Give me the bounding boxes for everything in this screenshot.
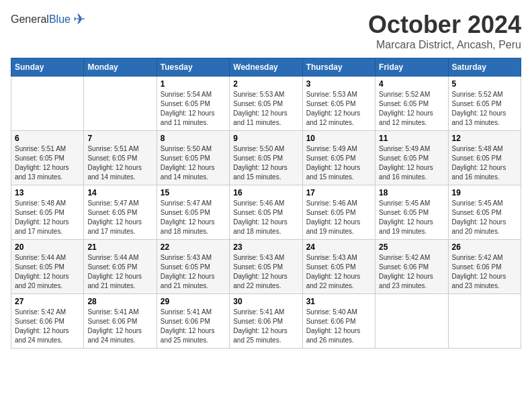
day-number: 23 xyxy=(233,242,298,252)
day-number: 16 xyxy=(233,188,298,197)
day-detail: Sunrise: 5:52 AM Sunset: 6:05 PM Dayligh… xyxy=(452,90,517,128)
calendar-title: October 2024 xyxy=(368,11,521,39)
day-detail: Sunrise: 5:51 AM Sunset: 6:05 PM Dayligh… xyxy=(87,144,152,182)
calendar-cell: 31Sunrise: 5:40 AM Sunset: 6:06 PM Dayli… xyxy=(302,294,375,349)
column-header-tuesday: Tuesday xyxy=(157,58,229,77)
calendar-cell: 12Sunrise: 5:48 AM Sunset: 6:05 PM Dayli… xyxy=(448,131,521,185)
day-number: 6 xyxy=(15,134,80,143)
day-detail: Sunrise: 5:43 AM Sunset: 6:05 PM Dayligh… xyxy=(161,253,226,291)
day-detail: Sunrise: 5:42 AM Sunset: 6:06 PM Dayligh… xyxy=(15,308,80,345)
calendar-cell: 8Sunrise: 5:50 AM Sunset: 6:05 PM Daylig… xyxy=(157,131,229,185)
calendar-cell: 14Sunrise: 5:47 AM Sunset: 6:05 PM Dayli… xyxy=(84,185,157,240)
day-detail: Sunrise: 5:49 AM Sunset: 6:05 PM Dayligh… xyxy=(306,144,371,182)
day-detail: Sunrise: 5:41 AM Sunset: 6:06 PM Dayligh… xyxy=(233,308,298,345)
day-detail: Sunrise: 5:40 AM Sunset: 6:06 PM Dayligh… xyxy=(306,308,371,345)
calendar-cell: 22Sunrise: 5:43 AM Sunset: 6:05 PM Dayli… xyxy=(157,240,229,294)
day-number: 12 xyxy=(452,134,517,143)
calendar-cell: 18Sunrise: 5:45 AM Sunset: 6:05 PM Dayli… xyxy=(375,185,448,240)
calendar-cell: 3Sunrise: 5:53 AM Sunset: 6:05 PM Daylig… xyxy=(302,77,375,131)
calendar-cell: 5Sunrise: 5:52 AM Sunset: 6:05 PM Daylig… xyxy=(448,77,521,131)
calendar-cell: 19Sunrise: 5:45 AM Sunset: 6:05 PM Dayli… xyxy=(448,185,521,240)
day-number: 26 xyxy=(452,242,517,252)
calendar-cell xyxy=(84,77,157,131)
calendar-cell: 23Sunrise: 5:43 AM Sunset: 6:05 PM Dayli… xyxy=(230,240,302,294)
day-detail: Sunrise: 5:45 AM Sunset: 6:05 PM Dayligh… xyxy=(452,199,517,236)
day-number: 19 xyxy=(452,188,517,197)
day-number: 25 xyxy=(379,242,444,252)
day-detail: Sunrise: 5:53 AM Sunset: 6:05 PM Dayligh… xyxy=(233,90,298,128)
calendar-cell: 1Sunrise: 5:54 AM Sunset: 6:05 PM Daylig… xyxy=(157,77,229,131)
calendar-subtitle: Marcara District, Ancash, Peru xyxy=(368,39,521,51)
column-header-friday: Friday xyxy=(375,58,448,77)
calendar-header-row: SundayMondayTuesdayWednesdayThursdayFrid… xyxy=(11,58,521,77)
day-number: 3 xyxy=(306,79,371,89)
day-number: 17 xyxy=(306,188,371,197)
calendar-cell: 7Sunrise: 5:51 AM Sunset: 6:05 PM Daylig… xyxy=(84,131,157,185)
day-number: 5 xyxy=(452,79,517,89)
day-detail: Sunrise: 5:44 AM Sunset: 6:05 PM Dayligh… xyxy=(87,253,152,291)
day-detail: Sunrise: 5:49 AM Sunset: 6:05 PM Dayligh… xyxy=(379,144,444,182)
column-header-sunday: Sunday xyxy=(11,58,84,77)
calendar-cell: 20Sunrise: 5:44 AM Sunset: 6:05 PM Dayli… xyxy=(11,240,84,294)
calendar-cell: 30Sunrise: 5:41 AM Sunset: 6:06 PM Dayli… xyxy=(230,294,302,349)
calendar-cell: 11Sunrise: 5:49 AM Sunset: 6:05 PM Dayli… xyxy=(375,131,448,185)
calendar-week-row: 27Sunrise: 5:42 AM Sunset: 6:06 PM Dayli… xyxy=(11,294,521,349)
calendar-week-row: 6Sunrise: 5:51 AM Sunset: 6:05 PM Daylig… xyxy=(11,131,521,185)
day-number: 28 xyxy=(87,297,152,306)
day-detail: Sunrise: 5:46 AM Sunset: 6:05 PM Dayligh… xyxy=(233,199,298,236)
day-detail: Sunrise: 5:46 AM Sunset: 6:05 PM Dayligh… xyxy=(306,199,371,236)
calendar-cell: 10Sunrise: 5:49 AM Sunset: 6:05 PM Dayli… xyxy=(302,131,375,185)
day-detail: Sunrise: 5:41 AM Sunset: 6:06 PM Dayligh… xyxy=(87,308,152,345)
day-number: 15 xyxy=(161,188,226,197)
logo-bird-icon: ✈ xyxy=(73,11,85,28)
day-detail: Sunrise: 5:50 AM Sunset: 6:05 PM Dayligh… xyxy=(233,144,298,182)
logo-general-text: General xyxy=(11,13,49,25)
logo: GeneralBlue ✈ xyxy=(11,11,85,28)
calendar-cell: 6Sunrise: 5:51 AM Sunset: 6:05 PM Daylig… xyxy=(11,131,84,185)
calendar-cell: 25Sunrise: 5:42 AM Sunset: 6:06 PM Dayli… xyxy=(375,240,448,294)
day-number: 27 xyxy=(15,297,80,306)
day-detail: Sunrise: 5:43 AM Sunset: 6:05 PM Dayligh… xyxy=(306,253,371,291)
day-detail: Sunrise: 5:51 AM Sunset: 6:05 PM Dayligh… xyxy=(15,144,80,182)
day-number: 4 xyxy=(379,79,444,89)
day-number: 7 xyxy=(87,134,152,143)
day-number: 24 xyxy=(306,242,371,252)
day-number: 10 xyxy=(306,134,371,143)
calendar-cell: 16Sunrise: 5:46 AM Sunset: 6:05 PM Dayli… xyxy=(230,185,302,240)
column-header-monday: Monday xyxy=(84,58,157,77)
page-header: GeneralBlue ✈ October 2024 Marcara Distr… xyxy=(11,11,521,51)
day-number: 8 xyxy=(161,134,226,143)
day-number: 31 xyxy=(306,297,371,306)
calendar-cell: 9Sunrise: 5:50 AM Sunset: 6:05 PM Daylig… xyxy=(230,131,302,185)
day-number: 2 xyxy=(233,79,298,89)
column-header-saturday: Saturday xyxy=(448,58,521,77)
calendar-table: SundayMondayTuesdayWednesdayThursdayFrid… xyxy=(11,58,521,349)
calendar-cell: 17Sunrise: 5:46 AM Sunset: 6:05 PM Dayli… xyxy=(302,185,375,240)
day-detail: Sunrise: 5:53 AM Sunset: 6:05 PM Dayligh… xyxy=(306,90,371,128)
calendar-week-row: 13Sunrise: 5:48 AM Sunset: 6:05 PM Dayli… xyxy=(11,185,521,240)
day-detail: Sunrise: 5:42 AM Sunset: 6:06 PM Dayligh… xyxy=(379,253,444,291)
day-number: 22 xyxy=(161,242,226,252)
day-detail: Sunrise: 5:44 AM Sunset: 6:05 PM Dayligh… xyxy=(15,253,80,291)
column-header-wednesday: Wednesday xyxy=(230,58,302,77)
logo-text: GeneralBlue xyxy=(11,13,71,26)
calendar-cell: 26Sunrise: 5:42 AM Sunset: 6:06 PM Dayli… xyxy=(448,240,521,294)
day-detail: Sunrise: 5:42 AM Sunset: 6:06 PM Dayligh… xyxy=(452,253,517,291)
calendar-cell: 29Sunrise: 5:41 AM Sunset: 6:06 PM Dayli… xyxy=(157,294,229,349)
column-header-thursday: Thursday xyxy=(302,58,375,77)
calendar-cell: 4Sunrise: 5:52 AM Sunset: 6:05 PM Daylig… xyxy=(375,77,448,131)
calendar-week-row: 1Sunrise: 5:54 AM Sunset: 6:05 PM Daylig… xyxy=(11,77,521,131)
calendar-cell: 24Sunrise: 5:43 AM Sunset: 6:05 PM Dayli… xyxy=(302,240,375,294)
logo-blue-text: Blue xyxy=(49,13,71,25)
calendar-cell: 21Sunrise: 5:44 AM Sunset: 6:05 PM Dayli… xyxy=(84,240,157,294)
day-number: 11 xyxy=(379,134,444,143)
day-number: 13 xyxy=(15,188,80,197)
day-detail: Sunrise: 5:47 AM Sunset: 6:05 PM Dayligh… xyxy=(87,199,152,236)
day-number: 9 xyxy=(233,134,298,143)
day-detail: Sunrise: 5:50 AM Sunset: 6:05 PM Dayligh… xyxy=(161,144,226,182)
day-number: 18 xyxy=(379,188,444,197)
calendar-cell: 28Sunrise: 5:41 AM Sunset: 6:06 PM Dayli… xyxy=(84,294,157,349)
day-detail: Sunrise: 5:45 AM Sunset: 6:05 PM Dayligh… xyxy=(379,199,444,236)
calendar-cell xyxy=(375,294,448,349)
day-number: 1 xyxy=(161,79,226,89)
